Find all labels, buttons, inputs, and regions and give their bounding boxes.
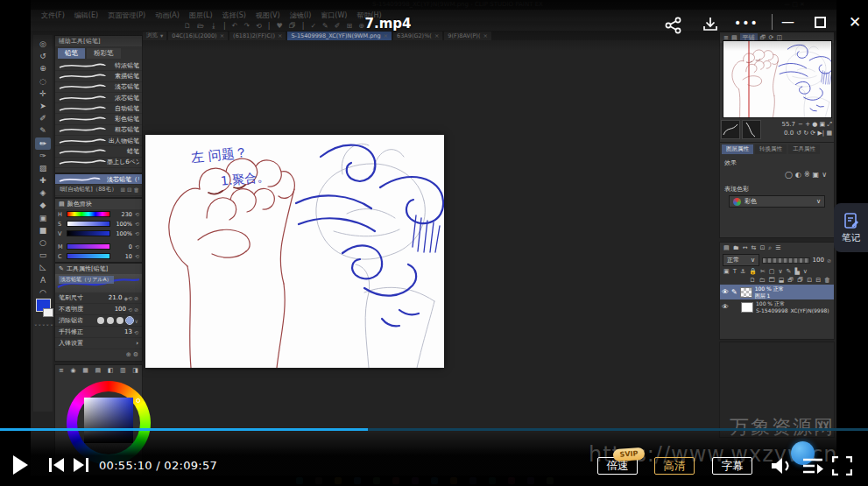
brush-row-sub[interactable]: 细[自动铅笔]（88毛） ⊞ ⊟ 🗑	[55, 185, 142, 195]
layer-option-icon[interactable]: ✂	[760, 268, 766, 275]
layer-command-icon[interactable]: ⬓	[779, 277, 785, 284]
layer-option-icon[interactable]: ∨	[803, 268, 808, 275]
cyan-slider[interactable]	[67, 253, 110, 259]
hue-slider[interactable]	[67, 211, 110, 217]
layers-header-icon[interactable]: ⌕	[768, 244, 772, 251]
layer-option-icon[interactable]: ▢	[769, 268, 775, 275]
selected-brush-row[interactable]: 淡芯铅笔（リアルA）	[55, 174, 142, 185]
subtitle-button[interactable]: 字幕	[712, 457, 752, 475]
notes-floating-button[interactable]: 笔记	[834, 203, 868, 252]
aa-weak[interactable]	[107, 317, 114, 324]
fullscreen-icon[interactable]	[832, 456, 852, 475]
layers-header-icon[interactable]: 🖿	[733, 244, 739, 251]
color-wheel-tabs[interactable]: ≡◉▦▤◧▥◨	[55, 365, 142, 376]
playlist-icon[interactable]	[801, 456, 824, 475]
layer-visible-icon[interactable]: 👁	[722, 288, 729, 296]
color-set-icon[interactable]: ◦◦◦◦◦	[34, 321, 54, 328]
tool-icon[interactable]: ▨	[35, 162, 51, 174]
brush-row[interactable]: 素描铅笔	[55, 71, 142, 81]
layer-thumbnail[interactable]	[741, 302, 753, 313]
layer-opacity-slider[interactable]	[762, 257, 810, 264]
progress-bar[interactable]	[0, 428, 868, 431]
tool-property-footer-icons[interactable]: ⊕ ⚙	[55, 349, 142, 360]
quality-button[interactable]: 高清	[654, 457, 695, 475]
layer-command-icon[interactable]: ⊟	[815, 277, 821, 284]
drawing-canvas[interactable]: 左 问题？ 1.聚合。	[145, 135, 444, 368]
tool-icon[interactable]: ▭	[35, 249, 51, 261]
effect-buttons[interactable]: ◯◐※▣∨	[720, 170, 834, 180]
layer-row[interactable]: 👁 100 % 正常S-15409998_XC(YF)N(9998)	[720, 299, 834, 314]
tool-icon[interactable]: ✏	[35, 137, 51, 150]
zoom-icons[interactable]: − + ● ▣ ⤢	[798, 121, 832, 128]
tab-layer-property[interactable]: 图层属性	[722, 144, 753, 154]
tool-icon[interactable]: ➤	[35, 100, 51, 112]
layer-option-icon[interactable]: T	[733, 268, 737, 275]
brush-row[interactable]: 彩色铅笔	[55, 114, 142, 124]
brush-row[interactable]: 蜡笔	[55, 146, 142, 157]
brush-row[interactable]: 自动铅笔	[55, 103, 142, 114]
tool-icon[interactable]: ◺	[35, 261, 51, 273]
tab-3[interactable]: 工具属性	[788, 144, 820, 154]
tool-icon[interactable]: ✛	[35, 88, 51, 100]
tool-icon[interactable]: ✐	[35, 112, 51, 124]
aa-none[interactable]	[97, 317, 104, 324]
value-slider[interactable]	[67, 230, 110, 236]
layer-command-icon[interactable]: 🗑	[824, 277, 830, 284]
tool-icon[interactable]: ◌	[35, 75, 51, 88]
maximize-button[interactable]	[815, 17, 826, 28]
stabilization-row[interactable]: 手抖修正 13⟲	[55, 327, 142, 338]
layer-command-icons[interactable]: 🗋🗀🗔⬓🗗🗇⊡⊟🗑	[720, 276, 834, 285]
sv-cursor[interactable]	[136, 398, 140, 403]
layer-option-icon[interactable]: ✎	[787, 268, 792, 275]
effect-icon[interactable]: ▣	[813, 171, 822, 179]
tool-icon[interactable]: ↺	[35, 50, 51, 62]
navigator-thumbnail[interactable]	[723, 40, 832, 118]
previous-episode-button[interactable]	[48, 457, 66, 473]
blend-mode-dropdown[interactable]: 正常∨	[723, 254, 759, 266]
stroke-in-out-row[interactable]: 入锋设置 ›	[55, 338, 142, 349]
download-icon[interactable]	[701, 15, 720, 34]
tool-icon[interactable]: ✚	[35, 174, 51, 187]
brush-size-row[interactable]: 笔刷尺寸 21.0◆⟲ ⊘	[55, 292, 142, 304]
play-button[interactable]	[11, 454, 30, 476]
brush-row[interactable]: 淡芯铅笔	[55, 82, 142, 93]
layer-option-icon[interactable]: ▣	[723, 268, 730, 275]
brush-row[interactable]: 墨上し6ペン	[55, 158, 142, 168]
magenta-slider[interactable]	[67, 243, 110, 250]
tab-2[interactable]: 转换属性	[755, 144, 787, 154]
layer-command-icon[interactable]: 🗇	[797, 277, 803, 284]
layers-header-icon[interactable]: ⇆	[752, 244, 757, 251]
rotate-icons[interactable]: ↺ ↻ ⟳ ▶| ▦	[796, 130, 832, 137]
layer-option-icon[interactable]: 🔒	[749, 268, 757, 275]
layers-header-icon[interactable]: ☰	[775, 244, 780, 251]
panel-mini-icons[interactable]: ⊞ ⊟ 🗑	[120, 187, 139, 194]
layer-option-icon[interactable]: ▙	[794, 268, 799, 275]
tool-icon[interactable]: ✎	[35, 124, 51, 137]
layers-header-icon[interactable]: ↔	[743, 244, 748, 251]
volume-icon[interactable]	[769, 455, 794, 476]
layer-visible-icon[interactable]: 👁	[722, 303, 729, 311]
brush-row[interactable]: 特浓铅笔	[55, 60, 142, 71]
tool-icon[interactable]: A	[35, 274, 51, 286]
tool-icon[interactable]: ✑	[35, 150, 51, 162]
tool-icon[interactable]: ▣	[35, 212, 51, 224]
tool-icon[interactable]: ◆	[35, 199, 51, 211]
layer-command-icon[interactable]: 🗗	[787, 277, 794, 284]
aa-mid[interactable]	[116, 317, 123, 324]
brush-row[interactable]: 粗芯铅笔	[55, 125, 142, 136]
tool-icon[interactable]: ◠	[35, 286, 51, 299]
effect-icon[interactable]: ◐	[795, 171, 804, 179]
brush-row[interactable]: 出人物铅笔	[55, 136, 142, 146]
layer-command-icon[interactable]: 🗀	[759, 277, 766, 284]
layers-header-icon[interactable]: ▤	[723, 244, 730, 251]
background-color-swatch[interactable]	[43, 308, 53, 317]
layer-command-icon[interactable]: 🗔	[769, 277, 775, 284]
next-episode-button[interactable]	[72, 457, 89, 473]
layer-command-icon[interactable]: ⊡	[807, 277, 812, 284]
effect-icon[interactable]: ◯	[785, 171, 795, 179]
aa-strong[interactable]	[126, 317, 133, 324]
layer-option-icon[interactable]: ⚓	[740, 268, 745, 275]
saturation-slider[interactable]	[67, 221, 110, 227]
effect-icon[interactable]: ※	[804, 171, 813, 179]
expression-color-dropdown[interactable]: 彩色 ∨	[729, 195, 825, 208]
